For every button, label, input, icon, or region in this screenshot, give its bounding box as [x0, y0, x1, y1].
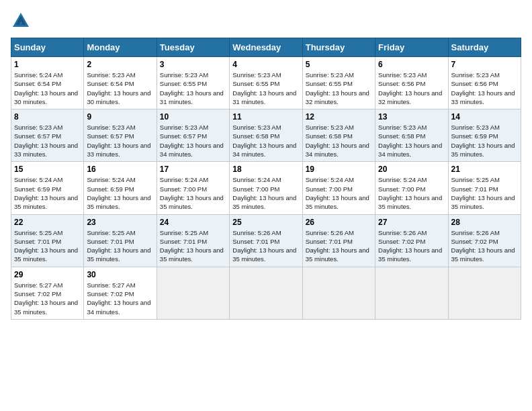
calendar-day: 1 Sunrise: 5:24 AMSunset: 6:54 PMDayligh…: [11, 57, 84, 109]
day-info: Sunrise: 5:23 AMSunset: 6:55 PMDaylight:…: [160, 71, 224, 105]
svg-rect-2: [20, 22, 22, 28]
day-info: Sunrise: 5:26 AMSunset: 7:01 PMDaylight:…: [232, 229, 296, 263]
day-number: 21: [451, 165, 518, 174]
calendar-day: 11 Sunrise: 5:23 AMSunset: 6:58 PMDaylig…: [230, 109, 302, 162]
day-info: Sunrise: 5:24 AMSunset: 6:59 PMDaylight:…: [87, 176, 150, 210]
dow-header: Friday: [375, 38, 448, 57]
day-info: Sunrise: 5:23 AMSunset: 6:54 PMDaylight:…: [87, 71, 150, 105]
day-number: 14: [451, 112, 518, 122]
day-info: Sunrise: 5:23 AMSunset: 6:58 PMDaylight:…: [306, 124, 369, 158]
day-info: Sunrise: 5:23 AMSunset: 6:59 PMDaylight:…: [451, 124, 515, 158]
day-number: 7: [451, 60, 518, 69]
day-number: 3: [160, 60, 226, 69]
calendar-day: 19 Sunrise: 5:24 AMSunset: 7:00 PMDaylig…: [302, 162, 375, 214]
calendar-day: 2 Sunrise: 5:23 AMSunset: 6:54 PMDayligh…: [84, 57, 157, 109]
day-info: Sunrise: 5:24 AMSunset: 6:54 PMDaylight:…: [14, 71, 78, 105]
dow-header: Thursday: [302, 38, 375, 57]
logo: [11, 11, 34, 31]
day-info: Sunrise: 5:24 AMSunset: 6:59 PMDaylight:…: [14, 176, 78, 210]
day-number: 5: [306, 60, 372, 69]
calendar-day: 23 Sunrise: 5:25 AMSunset: 7:01 PMDaylig…: [84, 214, 157, 267]
calendar-day: 26 Sunrise: 5:26 AMSunset: 7:01 PMDaylig…: [302, 214, 375, 267]
day-number: 28: [451, 218, 518, 227]
day-info: Sunrise: 5:24 AMSunset: 7:00 PMDaylight:…: [306, 176, 369, 210]
day-number: 23: [87, 218, 153, 227]
calendar-day: 7 Sunrise: 5:23 AMSunset: 6:56 PMDayligh…: [448, 57, 521, 109]
dow-header: Saturday: [448, 38, 521, 57]
empty-cell: [302, 267, 375, 319]
day-info: Sunrise: 5:23 AMSunset: 6:55 PMDaylight:…: [232, 71, 296, 105]
day-number: 29: [14, 270, 81, 279]
day-number: 20: [378, 165, 445, 174]
calendar-day: 20 Sunrise: 5:24 AMSunset: 7:00 PMDaylig…: [375, 162, 448, 214]
dow-header: Monday: [84, 38, 157, 57]
calendar-day: 18 Sunrise: 5:24 AMSunset: 7:00 PMDaylig…: [230, 162, 302, 214]
day-info: Sunrise: 5:24 AMSunset: 7:00 PMDaylight:…: [378, 176, 442, 210]
calendar-day: 30 Sunrise: 5:27 AMSunset: 7:02 PMDaylig…: [84, 267, 157, 319]
day-info: Sunrise: 5:26 AMSunset: 7:02 PMDaylight:…: [378, 229, 442, 263]
day-info: Sunrise: 5:23 AMSunset: 6:57 PMDaylight:…: [160, 124, 224, 158]
calendar-day: 29 Sunrise: 5:27 AMSunset: 7:02 PMDaylig…: [11, 267, 84, 319]
day-info: Sunrise: 5:25 AMSunset: 7:01 PMDaylight:…: [14, 229, 78, 263]
day-info: Sunrise: 5:24 AMSunset: 7:00 PMDaylight:…: [232, 176, 296, 210]
calendar-day: 25 Sunrise: 5:26 AMSunset: 7:01 PMDaylig…: [230, 214, 302, 267]
empty-cell: [375, 267, 448, 319]
day-info: Sunrise: 5:23 AMSunset: 6:58 PMDaylight:…: [232, 124, 296, 158]
calendar-day: 24 Sunrise: 5:25 AMSunset: 7:01 PMDaylig…: [157, 214, 229, 267]
day-number: 26: [306, 218, 372, 227]
calendar-day: 8 Sunrise: 5:23 AMSunset: 6:57 PMDayligh…: [11, 109, 84, 162]
calendar-day: 17 Sunrise: 5:24 AMSunset: 7:00 PMDaylig…: [157, 162, 229, 214]
calendar-day: 9 Sunrise: 5:23 AMSunset: 6:57 PMDayligh…: [84, 109, 157, 162]
day-info: Sunrise: 5:24 AMSunset: 7:00 PMDaylight:…: [160, 176, 224, 210]
day-number: 13: [378, 112, 445, 122]
empty-cell: [448, 267, 521, 319]
day-number: 10: [160, 112, 226, 122]
calendar-day: 4 Sunrise: 5:23 AMSunset: 6:55 PMDayligh…: [230, 57, 302, 109]
calendar-day: 6 Sunrise: 5:23 AMSunset: 6:56 PMDayligh…: [375, 57, 448, 109]
day-number: 30: [87, 270, 153, 279]
calendar-day: 13 Sunrise: 5:23 AMSunset: 6:58 PMDaylig…: [375, 109, 448, 162]
empty-cell: [230, 267, 302, 319]
day-number: 4: [232, 60, 299, 69]
logo-icon: [11, 11, 31, 31]
calendar-day: 22 Sunrise: 5:25 AMSunset: 7:01 PMDaylig…: [11, 214, 84, 267]
day-info: Sunrise: 5:23 AMSunset: 6:56 PMDaylight:…: [378, 71, 442, 105]
day-info: Sunrise: 5:23 AMSunset: 6:55 PMDaylight:…: [306, 71, 369, 105]
day-number: 9: [87, 112, 153, 122]
day-number: 22: [14, 218, 81, 227]
day-info: Sunrise: 5:23 AMSunset: 6:57 PMDaylight:…: [14, 124, 78, 158]
calendar-table: SundayMondayTuesdayWednesdayThursdayFrid…: [11, 38, 521, 320]
day-info: Sunrise: 5:27 AMSunset: 7:02 PMDaylight:…: [87, 281, 150, 316]
calendar-day: 14 Sunrise: 5:23 AMSunset: 6:59 PMDaylig…: [448, 109, 521, 162]
day-number: 16: [87, 165, 153, 174]
day-number: 6: [378, 60, 445, 69]
day-info: Sunrise: 5:27 AMSunset: 7:02 PMDaylight:…: [14, 281, 78, 316]
day-info: Sunrise: 5:25 AMSunset: 7:01 PMDaylight:…: [451, 176, 515, 210]
day-number: 27: [378, 218, 445, 227]
day-number: 11: [232, 112, 299, 122]
day-info: Sunrise: 5:26 AMSunset: 7:01 PMDaylight:…: [306, 229, 369, 263]
header: [11, 11, 521, 31]
calendar-day: 5 Sunrise: 5:23 AMSunset: 6:55 PMDayligh…: [302, 57, 375, 109]
calendar-day: 21 Sunrise: 5:25 AMSunset: 7:01 PMDaylig…: [448, 162, 521, 214]
calendar-day: 12 Sunrise: 5:23 AMSunset: 6:58 PMDaylig…: [302, 109, 375, 162]
day-number: 19: [306, 165, 372, 174]
calendar-day: 16 Sunrise: 5:24 AMSunset: 6:59 PMDaylig…: [84, 162, 157, 214]
dow-header: Wednesday: [230, 38, 302, 57]
calendar-day: 27 Sunrise: 5:26 AMSunset: 7:02 PMDaylig…: [375, 214, 448, 267]
day-number: 17: [160, 165, 226, 174]
calendar-day: 15 Sunrise: 5:24 AMSunset: 6:59 PMDaylig…: [11, 162, 84, 214]
day-number: 24: [160, 218, 226, 227]
dow-header: Sunday: [11, 38, 84, 57]
day-number: 8: [14, 112, 81, 122]
calendar-day: 3 Sunrise: 5:23 AMSunset: 6:55 PMDayligh…: [157, 57, 229, 109]
day-info: Sunrise: 5:26 AMSunset: 7:02 PMDaylight:…: [451, 229, 515, 263]
day-info: Sunrise: 5:25 AMSunset: 7:01 PMDaylight:…: [160, 229, 224, 263]
calendar-day: 10 Sunrise: 5:23 AMSunset: 6:57 PMDaylig…: [157, 109, 229, 162]
day-info: Sunrise: 5:23 AMSunset: 6:56 PMDaylight:…: [451, 71, 515, 105]
empty-cell: [157, 267, 229, 319]
day-number: 12: [306, 112, 372, 122]
dow-header: Tuesday: [157, 38, 229, 57]
day-number: 2: [87, 60, 153, 69]
day-number: 18: [232, 165, 299, 174]
